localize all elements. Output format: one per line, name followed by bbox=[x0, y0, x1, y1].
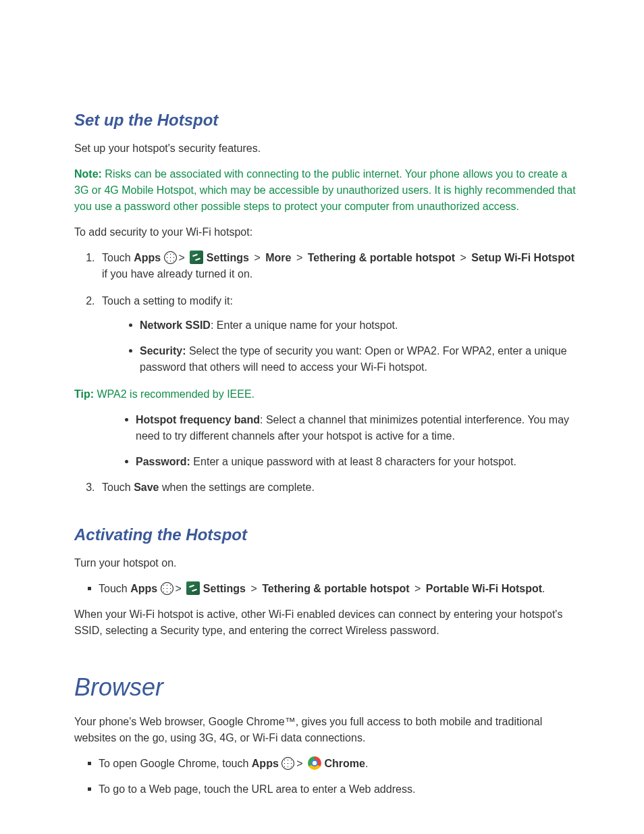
band-item: Hotspot frequency band: Select a channel… bbox=[125, 412, 580, 444]
settings-icon bbox=[190, 251, 203, 264]
add-security-lead: To add security to your Wi-Fi hotspot: bbox=[74, 224, 580, 240]
setup-steps: Touch Apps > Settings > More > Tethering… bbox=[74, 250, 580, 375]
note-text: Risks can be associated with connecting … bbox=[74, 168, 576, 212]
chrome-icon bbox=[308, 756, 321, 770]
apps-icon bbox=[164, 251, 177, 264]
footer-section: Web and Data bbox=[74, 831, 139, 834]
step-2-sublist: Network SSID: Enter a unique name for yo… bbox=[102, 317, 580, 375]
heading-setup-hotspot: Set up the Hotspot bbox=[74, 108, 580, 132]
step-3: Touch Save when the settings are complet… bbox=[98, 479, 580, 496]
setup-steps-cont: Touch Save when the settings are complet… bbox=[74, 479, 580, 496]
ssid-item: Network SSID: Enter a unique name for yo… bbox=[129, 317, 580, 334]
apps-label-2: Apps bbox=[130, 583, 157, 594]
tethering-label: Tethering & portable hotspot bbox=[308, 252, 455, 263]
settings-label: Settings bbox=[203, 252, 249, 263]
apps-label: Apps bbox=[134, 252, 161, 263]
tethering-label-2: Tethering & portable hotspot bbox=[262, 583, 409, 594]
goto-page-item: To go to a Web page, touch the URL area … bbox=[88, 781, 580, 798]
open-chrome-item: To open Google Chrome, touch Apps > Chro… bbox=[88, 756, 580, 772]
page-footer: Web and Data 62 bbox=[74, 831, 580, 834]
heading-browser: Browser bbox=[74, 669, 580, 706]
step-2: Touch a setting to modify it: Network SS… bbox=[98, 293, 580, 375]
note-block: Note: Risks can be associated with conne… bbox=[74, 166, 580, 215]
more-label: More bbox=[265, 252, 291, 263]
browser-list: To open Google Chrome, touch Apps > Chro… bbox=[74, 756, 580, 798]
footer-page-number: 62 bbox=[568, 831, 580, 834]
note-label: Note: bbox=[74, 168, 102, 180]
intro-activating: Turn your hotspot on. bbox=[74, 555, 580, 571]
chrome-label: Chrome bbox=[321, 758, 365, 769]
tip-block: Tip: WPA2 is recommended by IEEE. bbox=[74, 386, 580, 402]
activating-list: Touch Apps > Settings > Tethering & port… bbox=[74, 581, 580, 597]
activating-step: Touch Apps > Settings > Tethering & port… bbox=[88, 581, 580, 597]
security-item: Security: Select the type of security yo… bbox=[129, 343, 580, 375]
settings-label-2: Settings bbox=[200, 583, 246, 594]
step-2b-list: Hotspot frequency band: Select a channel… bbox=[74, 412, 580, 470]
apps-icon bbox=[281, 757, 294, 770]
tip-label: Tip: bbox=[74, 388, 94, 400]
intro-browser: Your phone's Web browser, Google Chrome™… bbox=[74, 714, 580, 746]
apps-icon bbox=[161, 582, 173, 595]
heading-activating-hotspot: Activating the Hotspot bbox=[74, 523, 580, 547]
when-active: When your Wi-Fi hotspot is active, other… bbox=[74, 606, 580, 639]
setup-wifi-label: Setup Wi-Fi Hotspot bbox=[471, 252, 574, 263]
intro-setup: Set up your hotspot's security features. bbox=[74, 140, 580, 157]
portable-label: Portable Wi-Fi Hotspot bbox=[426, 583, 542, 594]
tip-text: WPA2 is recommended by IEEE. bbox=[94, 388, 254, 400]
apps-label-3: Apps bbox=[252, 758, 279, 769]
settings-icon bbox=[186, 581, 200, 595]
password-item: Password: Enter a unique password with a… bbox=[125, 454, 580, 470]
step-1: Touch Apps > Settings > More > Tethering… bbox=[98, 250, 580, 282]
